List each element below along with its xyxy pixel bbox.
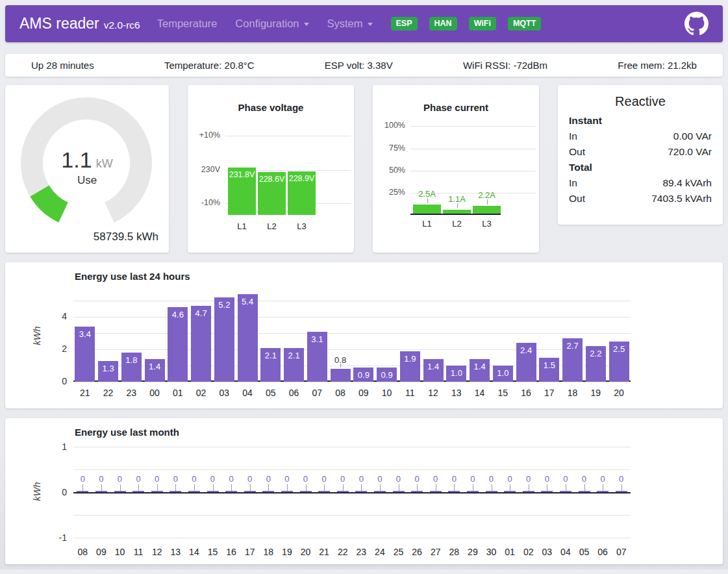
- bar-value-label: 2.1: [282, 351, 306, 360]
- bar-value-label: 5.4: [236, 297, 259, 306]
- x-axis-label: 00: [143, 388, 166, 398]
- bar-value-label: 0: [389, 474, 408, 484]
- label-callout-line: [157, 484, 158, 491]
- zero-bar: [541, 491, 553, 492]
- x-axis-label: 07: [612, 547, 631, 557]
- x-axis-label: 10: [110, 547, 129, 557]
- chevron-down-icon: [368, 23, 373, 26]
- gridline: [73, 447, 631, 447]
- brand-link[interactable]: AMS reader v2.0-rc6: [19, 15, 140, 32]
- bar-value-label: 4.7: [190, 308, 213, 318]
- y-axis-tick: 100%: [375, 121, 405, 130]
- x-axis-label: 14: [185, 547, 204, 557]
- zero-bar: [300, 491, 312, 492]
- phase-current-card: Phase current 100%75%50%25%2.5AL11.1AL22…: [373, 85, 539, 253]
- nav-system[interactable]: System: [327, 18, 373, 30]
- label-callout-line: [566, 484, 566, 491]
- reactive-row: Total: [558, 160, 723, 175]
- gridline: [410, 149, 536, 149]
- label-callout-line: [584, 484, 585, 491]
- zero-bar: [169, 491, 181, 492]
- zero-bar: [597, 491, 609, 492]
- bar-value-label: 1.9: [399, 354, 422, 364]
- gridline: [73, 301, 631, 301]
- bar-value-label: 228.6V: [257, 175, 287, 184]
- bar-value-label: 0: [296, 474, 315, 484]
- nav-temperature[interactable]: Temperature: [157, 18, 218, 30]
- bar-value-label: 0: [464, 474, 483, 484]
- zero-bar: [411, 491, 423, 492]
- label-callout-line: [361, 484, 362, 491]
- x-axis-label: 21: [73, 388, 97, 398]
- bar-value-label: 0: [538, 474, 557, 484]
- nav-configuration[interactable]: Configuration: [235, 18, 308, 30]
- energy-24h-title: Energy use last 24 hours: [75, 271, 190, 282]
- badge-mqtt: MQTT: [508, 17, 541, 31]
- zero-bar: [560, 491, 571, 492]
- energy-24h-ylabel: kWh: [32, 327, 42, 345]
- bar-value-label: 1.4: [421, 362, 445, 371]
- github-link[interactable]: [684, 12, 709, 36]
- x-axis-label: 11: [399, 388, 422, 398]
- y-axis-tick: -10%: [190, 198, 220, 207]
- bar-L1: [413, 205, 441, 214]
- reactive-row: Out7403.5 kVArh: [558, 191, 723, 206]
- gauge-value: 1.1: [61, 147, 92, 172]
- gridline: [73, 538, 631, 538]
- label-callout-line: [101, 484, 102, 491]
- phase-current-plot: 100%75%50%25%2.5AL11.1AL22.2AL3: [410, 121, 536, 235]
- x-axis-label: 06: [594, 547, 612, 557]
- bar-value-label: 1.4: [468, 362, 492, 371]
- x-axis-label: 29: [464, 547, 483, 557]
- reactive-row: In0.00 VAr: [558, 129, 723, 144]
- y-axis-tick: 4: [41, 311, 67, 321]
- reactive-row-label: Out: [569, 191, 585, 206]
- bar-value-label: 0: [129, 474, 148, 484]
- bar-L2: [443, 210, 471, 214]
- bar-value-label: 4.6: [166, 310, 190, 319]
- bar-03: [214, 297, 234, 382]
- x-axis-label: L1: [228, 221, 256, 231]
- x-axis-label: 13: [166, 547, 185, 557]
- reactive-rows: InstantIn0.00 VArOut720.0 VArTotalIn89.4…: [558, 113, 723, 206]
- bar-value-label: 1.0: [445, 368, 468, 378]
- bar-value-label: 0: [259, 474, 278, 484]
- label-callout-line: [231, 484, 232, 491]
- app-version: v2.0-rc6: [104, 19, 140, 31]
- label-callout-line: [457, 203, 458, 208]
- x-axis-label: 15: [492, 388, 515, 398]
- bar-value-label: 0: [240, 474, 259, 484]
- reactive-row-label: Total: [569, 160, 592, 175]
- label-callout-line: [287, 484, 288, 491]
- x-axis-label: L2: [443, 219, 471, 229]
- bar-value-label: 0: [222, 474, 241, 484]
- bar-value-label: 0.9: [375, 370, 399, 380]
- bar-value-label: 2.5: [607, 344, 631, 354]
- main-nav: TemperatureConfigurationSystem: [157, 18, 391, 30]
- bar-value-label: 0: [408, 474, 427, 484]
- zero-bar: [132, 491, 144, 492]
- x-axis-label: 02: [190, 388, 213, 398]
- y-axis-tick: 0: [41, 487, 67, 497]
- badge-wifi: WiFi: [469, 17, 496, 31]
- energy-month-title: Energy use last month: [75, 427, 179, 438]
- y-axis-tick: 50%: [375, 166, 405, 175]
- gridline: [410, 126, 536, 127]
- x-axis-label: 09: [92, 547, 111, 557]
- label-callout-line: [343, 484, 344, 491]
- label-callout-line: [621, 484, 622, 491]
- x-axis-line: [73, 492, 631, 493]
- top-cards-row: 1.1kW Use 58739.5 kWh Phase voltage +10%…: [5, 85, 723, 253]
- gridline: [225, 136, 351, 136]
- x-axis-label: 28: [445, 547, 464, 557]
- zero-bar: [486, 491, 497, 492]
- x-axis-label: 08: [329, 388, 352, 398]
- github-icon: [684, 12, 709, 36]
- energy-month-plot: 10-1008009010011012013014015016017018019…: [73, 444, 631, 542]
- x-axis-label: 12: [147, 547, 166, 557]
- bar-04: [238, 294, 258, 382]
- bar-value-label: 0: [352, 474, 371, 484]
- x-axis-label: L3: [288, 221, 316, 231]
- reactive-row-value: 720.0 VAr: [668, 144, 712, 160]
- zero-bar: [448, 491, 460, 492]
